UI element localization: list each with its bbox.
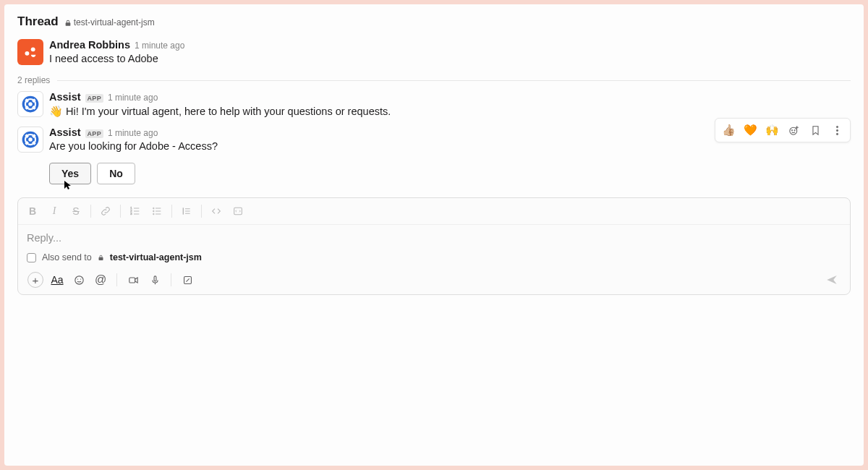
svg-point-6 — [789, 127, 796, 134]
avatar[interactable] — [17, 91, 43, 117]
lock-icon — [98, 252, 104, 262]
message-text: 👋Hi! I'm your virtual agent, here to hel… — [49, 103, 851, 119]
svg-point-11 — [836, 133, 838, 134]
svg-point-5 — [27, 137, 34, 143]
italic-button[interactable]: I — [44, 201, 64, 221]
svg-point-0 — [25, 51, 29, 56]
separator — [116, 273, 117, 286]
toggle-formatting-button[interactable]: Aa — [47, 270, 67, 290]
svg-rect-22 — [129, 278, 135, 283]
code-block-button[interactable] — [228, 201, 248, 221]
svg-point-4 — [23, 132, 38, 147]
bookmark-button[interactable] — [805, 120, 825, 140]
action-buttons-row: Yes No — [49, 163, 864, 192]
also-send-label: Also send to — [42, 252, 92, 262]
app-badge: APP — [85, 94, 103, 103]
separator — [171, 205, 172, 218]
svg-point-2 — [23, 97, 38, 111]
message-time[interactable]: 1 minute ago — [108, 128, 158, 138]
message-actions-toolbar: 👍🏼 🧡 🙌 — [715, 118, 851, 142]
svg-point-19 — [75, 275, 82, 283]
avatar[interactable] — [17, 127, 43, 153]
message-author[interactable]: Assist — [49, 127, 81, 138]
app-badge: APP — [85, 129, 103, 138]
record-video-button[interactable] — [123, 270, 143, 290]
svg-text:3: 3 — [130, 212, 132, 215]
reply-composer: B I S 123 Rep — [17, 197, 851, 295]
lock-icon — [64, 17, 72, 27]
svg-point-8 — [793, 129, 794, 130]
avatar-glyph-icon — [22, 44, 38, 60]
reaction-raised-hands[interactable]: 🙌 — [762, 120, 782, 140]
svg-point-17 — [153, 213, 154, 215]
separator — [120, 205, 121, 218]
svg-point-20 — [77, 278, 77, 279]
reaction-heart[interactable]: 🧡 — [740, 120, 760, 140]
link-button[interactable] — [95, 201, 116, 221]
divider-line — [57, 80, 851, 81]
svg-point-3 — [27, 101, 34, 108]
wave-emoji: 👋 — [49, 105, 63, 117]
emoji-button[interactable] — [69, 270, 89, 290]
separator — [171, 273, 171, 286]
replies-divider: 2 replies — [4, 72, 864, 87]
also-send-row: Also send to test-virtual-agent-jsm — [18, 252, 850, 267]
avatar[interactable] — [17, 39, 43, 65]
shortcuts-button[interactable] — [177, 270, 197, 290]
svg-point-15 — [153, 208, 154, 209]
message-time[interactable]: 1 minute ago — [108, 93, 158, 103]
separator — [90, 205, 91, 218]
no-button[interactable]: No — [97, 163, 135, 184]
message-time[interactable]: 1 minute ago — [135, 40, 184, 51]
svg-point-1 — [31, 47, 35, 51]
original-message: Andrea Robbins 1 minute ago I need acces… — [4, 35, 864, 68]
svg-point-21 — [80, 278, 80, 279]
svg-point-16 — [153, 210, 154, 212]
message-text: I need access to Adobe — [49, 51, 851, 67]
channel-chip[interactable]: test-virtual-agent-jsm — [64, 17, 155, 27]
lifebuoy-icon — [21, 130, 40, 149]
add-reaction-button[interactable] — [783, 120, 804, 140]
svg-rect-23 — [154, 275, 156, 281]
record-audio-button[interactable] — [145, 270, 165, 290]
bullet-list-button[interactable] — [147, 201, 167, 221]
message-author[interactable]: Andrea Robbins — [49, 39, 130, 51]
bold-button[interactable]: B — [22, 201, 43, 221]
lifebuoy-icon — [21, 95, 40, 114]
more-actions-button[interactable] — [827, 120, 847, 140]
reply-input[interactable]: Reply... — [18, 225, 850, 252]
composer-bottom-toolbar: + Aa @ — [18, 267, 850, 294]
code-button[interactable] — [206, 201, 226, 221]
ordered-list-button[interactable]: 123 — [125, 201, 145, 221]
thread-header: Thread test-virtual-agent-jsm — [4, 4, 864, 35]
svg-point-10 — [836, 129, 838, 131]
strikethrough-button[interactable]: S — [66, 201, 86, 221]
channel-name: test-virtual-agent-jsm — [74, 17, 155, 27]
also-send-channel: test-virtual-agent-jsm — [110, 252, 202, 262]
also-send-checkbox[interactable] — [27, 253, 36, 262]
reply-message: Assist APP 1 minute ago 👋Hi! I'm your vi… — [4, 87, 864, 121]
thread-title: Thread — [17, 14, 59, 29]
send-button[interactable] — [821, 270, 843, 290]
separator — [201, 205, 202, 218]
add-attachment-button[interactable]: + — [25, 270, 46, 290]
reaction-thumbs-up[interactable]: 👍🏼 — [718, 120, 739, 140]
svg-point-7 — [791, 129, 792, 130]
svg-point-9 — [836, 126, 838, 127]
message-author[interactable]: Assist — [49, 91, 81, 103]
blockquote-button[interactable] — [176, 201, 197, 221]
reply-message: Assist APP 1 minute ago Are you looking … — [4, 121, 864, 155]
replies-count: 2 replies — [17, 75, 50, 85]
thread-panel: Thread test-virtual-agent-jsm Andrea Rob… — [4, 4, 864, 466]
format-toolbar: B I S 123 — [18, 198, 850, 225]
mention-button[interactable]: @ — [90, 270, 111, 290]
